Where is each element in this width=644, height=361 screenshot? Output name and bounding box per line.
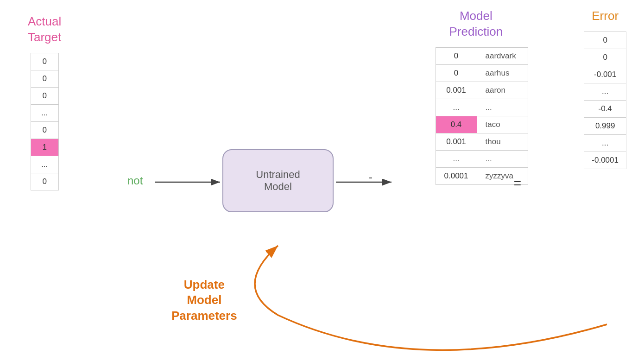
dash-label: - bbox=[369, 171, 373, 183]
actual-target-cell: 0 bbox=[31, 53, 58, 70]
actual-target-cell: 0 bbox=[31, 87, 58, 104]
prediction-word-cell: ... bbox=[477, 150, 528, 167]
prediction-word-cell: thou bbox=[477, 133, 528, 150]
prediction-word-cell: aarhus bbox=[477, 64, 528, 82]
actual-target-cell: 0 bbox=[31, 121, 58, 139]
prediction-numbers-table: 000.001...0.40.001...0.0001 bbox=[436, 47, 477, 185]
error-cell: ... bbox=[584, 83, 626, 100]
prediction-number-cell: 0.0001 bbox=[436, 167, 477, 184]
update-arrow bbox=[255, 246, 607, 350]
error-cell: 0 bbox=[584, 32, 626, 49]
prediction-word-cell: aardvark bbox=[477, 47, 528, 64]
prediction-number-cell: 0 bbox=[436, 47, 477, 64]
error-cell: -0.4 bbox=[584, 100, 626, 117]
equals-sign: = bbox=[514, 176, 521, 191]
actual-target-cell: 1 bbox=[31, 139, 58, 156]
actual-target-cell: 0 bbox=[31, 173, 58, 190]
actual-target-cell: 0 bbox=[31, 70, 58, 87]
actual-target-cell: ... bbox=[31, 156, 58, 173]
prediction-number-cell: 0 bbox=[436, 64, 477, 82]
error-cell: 0 bbox=[584, 49, 626, 66]
error-section: Error 00-0.001...-0.40.999...-0.0001 bbox=[584, 8, 626, 169]
prediction-number-cell: 0.4 bbox=[436, 116, 477, 133]
actual-target-cell: ... bbox=[31, 104, 58, 121]
error-title: Error bbox=[592, 8, 619, 24]
actual-target-table: 000...01...0 bbox=[31, 53, 59, 190]
error-cell: 0.999 bbox=[584, 117, 626, 134]
update-model-label: UpdateModelParameters bbox=[171, 277, 237, 324]
prediction-number-cell: ... bbox=[436, 150, 477, 167]
model-section: Untrained Model bbox=[222, 149, 334, 212]
prediction-number-cell: ... bbox=[436, 99, 477, 116]
error-cell: ... bbox=[584, 134, 626, 152]
prediction-section: ModelPrediction 000.001...0.40.001...0.0… bbox=[436, 8, 529, 185]
not-label: not bbox=[127, 174, 143, 187]
actual-target-title: ActualTarget bbox=[28, 14, 61, 45]
untrained-model-box: Untrained Model bbox=[222, 149, 334, 212]
prediction-word-cell: ... bbox=[477, 99, 528, 116]
prediction-number-cell: 0.001 bbox=[436, 82, 477, 99]
prediction-word-cell: aaron bbox=[477, 82, 528, 99]
prediction-word-cell: taco bbox=[477, 116, 528, 133]
error-table: 00-0.001...-0.40.999...-0.0001 bbox=[584, 32, 626, 169]
diagram-container: ActualTarget 000...01...0 not Untrained … bbox=[0, 0, 644, 361]
prediction-number-cell: 0.001 bbox=[436, 133, 477, 150]
prediction-title: ModelPrediction bbox=[449, 8, 503, 40]
prediction-table-wrap: 000.001...0.40.001...0.0001 aardvarkaarh… bbox=[436, 47, 529, 185]
error-cell: -0.0001 bbox=[584, 152, 626, 169]
prediction-words-table: aardvarkaarhusaaron...tacothou...zyzzyva bbox=[477, 47, 529, 185]
error-cell: -0.001 bbox=[584, 66, 626, 83]
actual-target-section: ActualTarget 000...01...0 bbox=[28, 14, 61, 190]
